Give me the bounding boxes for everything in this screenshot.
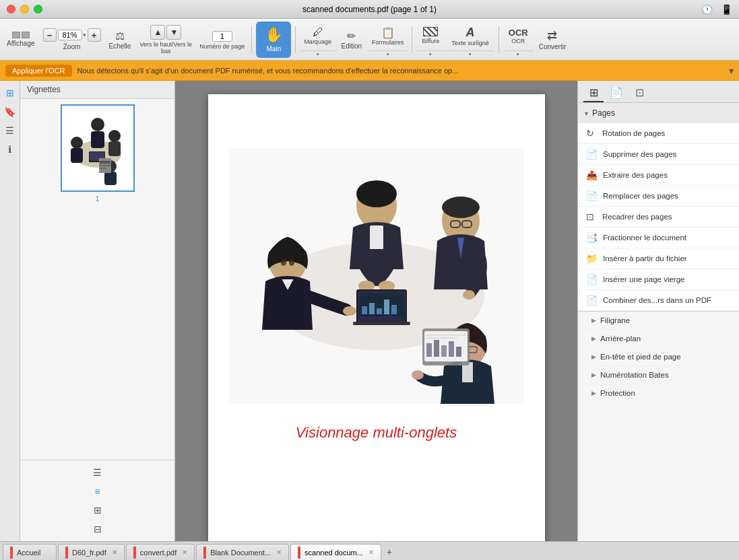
zoom-value-display: 81%	[58, 30, 82, 40]
zoom-minus-button[interactable]: −	[43, 28, 57, 42]
toolbar-texte[interactable]: A Texte surligné ▾	[446, 22, 494, 58]
sidebar-bookmark-icon[interactable]: 🔖	[2, 104, 18, 120]
pdf-watermark-text: Visionnage multi-onglets	[296, 424, 457, 442]
texte-arrow[interactable]: ▾	[446, 50, 494, 58]
rpanel-en-tete[interactable]: ▶ En-tête et pied de page	[578, 348, 739, 366]
maximize-button[interactable]	[34, 5, 42, 13]
main-layout: ⊞ 🔖 ☰ ℹ Vignettes	[0, 81, 739, 541]
nav-down-button[interactable]: ▼	[166, 25, 181, 40]
fractionner-icon: 📑	[586, 232, 598, 243]
tab-scanned-indicator	[298, 547, 300, 559]
rpanel-inserer-vierge[interactable]: 📄 Insérer une page vierge	[578, 269, 739, 290]
rpanel-tab-pages[interactable]: ⊞	[583, 83, 604, 102]
tab-blank[interactable]: Blank Document... ✕	[196, 544, 289, 560]
tab-convert-close[interactable]: ✕	[182, 549, 187, 556]
rpanel-pages-body: ↻ Rotation de pages 📄 Supprimer des page…	[578, 123, 739, 311]
arriere-plan-label: Arrière-plan	[600, 335, 641, 343]
rpanel-tab-crop[interactable]: ⊡	[629, 83, 649, 102]
toolbar-convertir[interactable]: ⇄ Convertir	[535, 22, 571, 58]
ocr-banner-close[interactable]: ▾	[729, 65, 734, 76]
biffure-arrow[interactable]: ▾	[416, 50, 445, 58]
thumbnail-page-1[interactable]: 1	[61, 104, 135, 203]
rpanel-pages-header[interactable]: ▾ Pages	[578, 103, 739, 123]
rpanel-protection[interactable]: ▶ Protection	[578, 384, 739, 403]
rpanel-tab-doc[interactable]: 📄	[606, 83, 626, 102]
toolbar-biffure[interactable]: Biffure ▾	[416, 22, 445, 58]
thumbnail-page-num-1: 1	[95, 195, 99, 203]
rotation-label: Rotation de pages	[602, 129, 665, 137]
sidebar-thumbnails-icon[interactable]: ⊞	[2, 85, 18, 101]
toolbar-ocr[interactable]: OCR OCR ▾	[503, 22, 534, 58]
sidebar-bottom-icon-1[interactable]: ☰	[90, 464, 106, 481]
hand-icon: ✋	[265, 26, 283, 44]
ocr-arrow[interactable]: ▾	[503, 50, 534, 58]
close-button[interactable]	[7, 5, 15, 13]
sidebar-list-icon[interactable]: ☰	[2, 123, 18, 139]
tab-d60-close[interactable]: ✕	[112, 549, 117, 556]
bottom-tabs: Accueil D60_fr.pdf ✕ convert.pdf ✕ Blank…	[0, 541, 739, 560]
tab-convert[interactable]: convert.pdf ✕	[126, 544, 195, 560]
rpanel-inserer-fichier[interactable]: 📁 Insérer à partir du fichier	[578, 248, 739, 269]
zoom-plus-button[interactable]: +	[88, 28, 101, 42]
nav-up-button[interactable]: ▲	[150, 25, 165, 40]
supprimer-label: Supprimer des pages	[603, 150, 676, 158]
rpanel-numerotation[interactable]: ▶ Numérotation Bates	[578, 366, 739, 384]
rpanel-rotation[interactable]: ↻ Rotation de pages	[578, 123, 739, 144]
rpanel-arriere-plan[interactable]: ▶ Arrière-plan	[578, 330, 739, 348]
tab-blank-close[interactable]: ✕	[276, 549, 282, 556]
minimize-button[interactable]	[20, 5, 29, 13]
window-title: scanned documents.pdf (page 1 of 1)	[302, 5, 437, 14]
formulaires-arrow[interactable]: ▾	[368, 50, 408, 58]
thumbnail-title: Vignettes	[27, 85, 61, 94]
toolbar-ocr-label: OCR	[511, 38, 525, 44]
numerotation-label: Numérotation Bates	[600, 371, 669, 379]
sidebar-info-icon[interactable]: ℹ	[2, 141, 18, 158]
toolbar-main[interactable]: ✋ Main	[256, 22, 291, 58]
toolbar-main-label: Main	[267, 45, 282, 53]
thumbnail-panel: Vignettes	[20, 81, 175, 541]
traffic-lights	[7, 5, 42, 13]
rpanel-fractionner[interactable]: 📑 Fractionner le document	[578, 228, 739, 248]
sidebar-bottom-icon-4[interactable]: ⊟	[90, 521, 106, 537]
protection-arrow: ▶	[591, 390, 596, 396]
svg-rect-26	[362, 306, 367, 314]
svg-point-19	[356, 180, 397, 207]
thumbnail-header: Vignettes	[20, 81, 174, 99]
svg-point-2	[91, 118, 104, 131]
pdf-area[interactable]: Visionnage multi-onglets	[175, 81, 577, 541]
pdf-page: Visionnage multi-onglets	[208, 94, 545, 541]
tab-scanned-close[interactable]: ✕	[368, 549, 374, 556]
sidebar-bottom-icon-3[interactable]: ⊞	[90, 502, 106, 518]
toolbar-edition[interactable]: ✏ Edition	[337, 22, 366, 58]
svg-rect-5	[71, 148, 83, 163]
toolbar-affichage[interactable]: Affichage	[3, 22, 39, 58]
page-number-input[interactable]: 1	[212, 31, 232, 42]
tab-scanned[interactable]: scanned docum... ✕	[290, 544, 381, 560]
tab-accueil[interactable]: Accueil	[3, 544, 57, 560]
toolbar-divider-2	[295, 26, 296, 53]
rpanel-filigrane[interactable]: ▶ Filigrane	[578, 312, 739, 330]
rpanel-remplacer[interactable]: 📄 Remplacer des pages	[578, 186, 739, 207]
tablet-icon: 📱	[721, 4, 732, 15]
zoom-label: Zoom	[63, 43, 81, 50]
toolbar-echelle[interactable]: ⚖ Echelle	[105, 22, 135, 58]
marquage-arrow[interactable]: ▾	[300, 50, 335, 58]
rpanel-recadrer[interactable]: ⊡ Recadrer des pages	[578, 207, 739, 228]
rpanel-extraire[interactable]: 📤 Extraire des pages	[578, 165, 739, 186]
svg-point-33	[343, 306, 356, 316]
rpanel-combiner[interactable]: 📄 Combiner des...rs dans un PDF	[578, 290, 739, 311]
tab-d60[interactable]: D60_fr.pdf ✕	[58, 544, 125, 560]
nav-label: Vers le haut/Vers le bas	[139, 41, 193, 55]
apply-ocr-button[interactable]: Appliquer l'OCR	[5, 65, 72, 77]
svg-point-37	[442, 197, 480, 218]
toolbar-marquage[interactable]: 🖊 Marquage ▾	[300, 22, 335, 58]
toolbar-formulaires[interactable]: 📋 Formulaires ▾	[368, 22, 408, 58]
rpanel-supprimer[interactable]: 📄 Supprimer des pages	[578, 144, 739, 165]
toolbar-convertir-label: Convertir	[539, 43, 567, 50]
sidebar-bottom-icon-2[interactable]: ≡	[90, 483, 106, 499]
toolbar-divider-1	[251, 26, 252, 53]
tab-add-button[interactable]: +	[383, 545, 396, 559]
zoom-dropdown-arrow[interactable]: ▾	[83, 32, 86, 38]
tab-convert-indicator	[133, 547, 136, 559]
svg-rect-54	[456, 347, 461, 357]
